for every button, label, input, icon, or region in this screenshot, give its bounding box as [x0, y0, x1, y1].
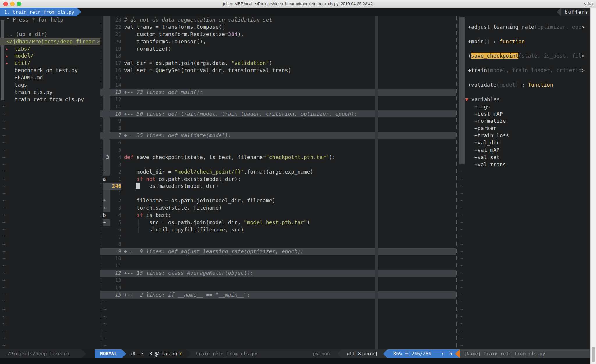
code-line[interactable]: 13	[100, 277, 456, 284]
scrollbar-thumb[interactable]	[592, 347, 595, 362]
tag-adjust_learning_rate[interactable]: +adjust_learning_rate(optimizer, epo>	[456, 24, 586, 31]
line-number: 22	[110, 24, 121, 31]
scrollbar-track[interactable]	[590, 8, 596, 364]
code-line[interactable]: 17val_dir = os.path.join(args.data, "val…	[100, 60, 456, 67]
code-line[interactable]: 246 os.makedirs(model_dir)	[100, 183, 456, 190]
code-line[interactable]: 15	[100, 74, 456, 81]
line-number: 9	[110, 117, 121, 125]
gutter-sign	[103, 16, 110, 24]
line-number: 18	[110, 52, 121, 60]
tag-train_loss[interactable]: +train_loss	[456, 132, 586, 139]
code-line[interactable]: a1 if not os.path.exists(model_dir):	[100, 176, 456, 183]
gutter-sign: a	[103, 176, 110, 183]
gutter-sign	[103, 24, 110, 31]
code-line[interactable]: +3 torch.save(state, filename)	[100, 204, 456, 212]
empty-line-tilde: ~	[456, 204, 586, 212]
tree-item-train_retr_from_cls-py[interactable]: train_retr_from_cls.py	[0, 96, 100, 103]
code-line[interactable]: 11	[100, 103, 456, 110]
tag-args[interactable]: +args	[456, 103, 586, 110]
fold-line[interactable]: 15+-- 2 lines: if __name__ == "__main__"…	[100, 291, 456, 299]
code-line[interactable]: ~2 model_dir = "model/check_point/{}".fo…	[100, 168, 456, 176]
zoom-button[interactable]	[17, 2, 21, 6]
code-line[interactable]: 1	[100, 190, 456, 197]
tag-save_checkpoint[interactable]: +save_checkpoint(state, is_best, fil>	[456, 52, 586, 60]
tab-train-retr-from-cls[interactable]: 1. train_retr_from_cls.py	[0, 8, 77, 16]
code-line[interactable]: _34def save_checkpoint(state, is_best, f…	[100, 154, 456, 161]
code-line[interactable]: 16val_set = QuerySet(root=val_dir, trans…	[100, 67, 456, 74]
gutter-sign	[103, 190, 110, 197]
tag-train[interactable]: +train(model, train_loader, criterio>	[456, 67, 586, 74]
line-number: 5	[110, 219, 121, 226]
tree-item-util[interactable]: ▸util/	[0, 60, 100, 67]
code-line[interactable]: 19 normalize])	[100, 45, 456, 53]
tree-root-path[interactable]: </jdhao/Projects/deep_firear>	[0, 38, 100, 45]
code-line[interactable]: 12	[100, 96, 456, 103]
tree-item-README-md[interactable]: README.md	[0, 74, 100, 81]
tree-item-tags[interactable]: tags	[0, 81, 100, 89]
tag-best_mAP[interactable]: +best_mAP	[456, 110, 586, 118]
code-line[interactable]: +2 filename = os.path.join(model_dir, fi…	[100, 197, 456, 204]
tag-val_dir[interactable]: +val_dir	[456, 139, 586, 147]
empty-line-tilde: ~	[456, 262, 586, 270]
tag-val_set[interactable]: +val_set	[456, 154, 586, 161]
gutter-sign	[103, 38, 110, 45]
code-line[interactable]: 21 custom_transform.Resize(size=384),	[100, 31, 456, 38]
status-line: ~/Projects/deep_firearm NORMAL +8 ~3 -3 …	[0, 349, 596, 358]
tree-up-dir[interactable]: .. (up a dir)	[0, 31, 100, 38]
code-line[interactable]: 3	[100, 161, 456, 168]
code-text	[124, 190, 456, 197]
code-line[interactable]: 14	[100, 81, 456, 89]
tag-validate[interactable]: +validate(model) : function	[456, 81, 586, 89]
code-line[interactable]: 9	[100, 117, 456, 125]
line-number: 14	[110, 81, 121, 89]
code-line[interactable]: b4 if is_best:	[100, 212, 456, 219]
empty-line-tilde: ~	[456, 219, 586, 226]
code-line[interactable]: 23# do not do data augmentation on valid…	[100, 16, 456, 24]
code-line[interactable]: 6 │ shutil.copyfile(filename, src)	[100, 226, 456, 233]
code-line[interactable]: 20 transforms.ToTensor(),	[100, 38, 456, 45]
code-line[interactable]: 8	[100, 125, 456, 132]
tag-val_trans[interactable]: +val_trans	[456, 161, 586, 168]
tag-normalize[interactable]: +normalize	[456, 117, 586, 125]
tag-val_mAP[interactable]: +val_mAP	[456, 147, 586, 154]
tree-item-model[interactable]: ▸model/	[0, 52, 100, 60]
fold-line[interactable]: 7+-- 35 lines: def validate(model):	[100, 132, 456, 139]
gutter-sign	[103, 277, 110, 284]
code-text: val_dir = os.path.join(args.data, "valid…	[124, 60, 456, 67]
code-line[interactable]: ~5 │ src = os.path.join(model_dir, "mode…	[100, 219, 456, 226]
tree-item-train_cls-py[interactable]: train_cls.py	[0, 89, 100, 96]
code-line[interactable]: 8	[100, 241, 456, 248]
powerline-arrow	[81, 349, 86, 358]
editor-panel: 23# do not do data augmentation on valid…	[100, 16, 456, 349]
tree-item-benchmark_on_test-py[interactable]: benchmark_on_test.py	[0, 67, 100, 74]
tag-signature: ()	[484, 38, 490, 44]
tagbar-blank-line	[456, 74, 586, 81]
minimize-button[interactable]	[10, 2, 15, 6]
empty-line-tilde: ~	[456, 313, 586, 320]
fold-line[interactable]: 10+-- 50 lines: def train(model, train_l…	[100, 110, 456, 118]
tagbar-section-variables[interactable]: ▼ variables	[456, 96, 586, 103]
code-line[interactable]: 6	[100, 139, 456, 147]
code-line[interactable]: 11	[100, 262, 456, 270]
code-text: val_set = QuerySet(root=val_dir, transfo…	[124, 67, 456, 74]
code-text	[124, 117, 456, 125]
command-line[interactable]	[0, 358, 596, 364]
empty-line-tilde: ~	[0, 190, 100, 197]
line-number: 3	[110, 161, 121, 168]
code-line[interactable]: 14	[100, 284, 456, 291]
tag-main[interactable]: +main() : function	[456, 38, 586, 45]
gutter-sign	[103, 110, 110, 118]
code-line[interactable]: 10	[100, 255, 456, 262]
fold-line[interactable]: 12+-- 15 lines: class AverageMeter(objec…	[100, 270, 456, 277]
code-line[interactable]: 7	[100, 233, 456, 241]
fold-line[interactable]: 9+-- 9 lines: def adjust_learning_rate(o…	[100, 248, 456, 255]
code-line[interactable]: 18	[100, 52, 456, 60]
fold-line[interactable]: 13+-- 73 lines: def main():	[100, 89, 456, 96]
code-line[interactable]: 22val_trans = transforms.Compose([	[100, 24, 456, 31]
code-line[interactable]: 5	[100, 147, 456, 154]
tree-item-libs[interactable]: ▸libs/	[0, 45, 100, 53]
empty-line-tilde: ~	[456, 168, 586, 176]
line-number: 1	[110, 190, 121, 197]
tag-parser[interactable]: +parser	[456, 125, 586, 132]
close-button[interactable]	[3, 2, 8, 6]
